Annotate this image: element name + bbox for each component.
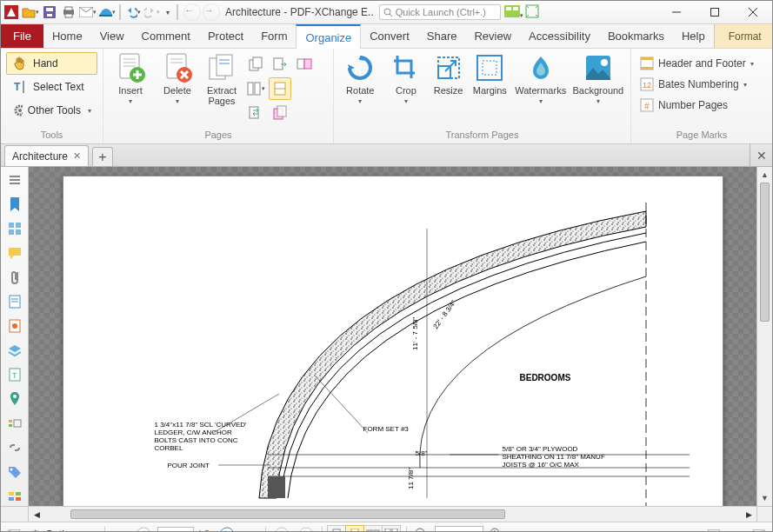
history-fwd-button[interactable] (296, 525, 317, 533)
tab-comment[interactable]: Comment (133, 24, 199, 48)
tab-share[interactable]: Share (418, 24, 466, 48)
scroll-down-icon[interactable]: ▼ (757, 490, 772, 506)
background-button[interactable]: Background▾ (570, 50, 627, 107)
rotate-button[interactable]: Rotate▾ (337, 50, 383, 107)
nav-forward-icon[interactable]: → (203, 3, 220, 21)
other-tools[interactable]: Other Tools ▾ (6, 99, 97, 122)
merge-page-icon[interactable] (269, 77, 291, 100)
destinations-panel-icon[interactable] (5, 389, 24, 409)
duplicate-page-icon[interactable] (244, 53, 267, 76)
layout-single-button[interactable] (327, 525, 346, 533)
nav-back-icon[interactable]: ← (183, 3, 201, 21)
fields-panel-icon[interactable] (5, 292, 24, 311)
fit-icon[interactable] (525, 4, 539, 21)
select-text-tool[interactable]: T Select Text (6, 76, 97, 98)
pan-zoom-panel-icon[interactable] (5, 414, 24, 433)
header-footer-button[interactable]: Header and Footer▾ (635, 53, 759, 74)
overlay-pages-icon[interactable] (269, 102, 291, 124)
save-icon[interactable] (41, 3, 58, 21)
vertical-scrollbar[interactable]: ▲ ▼ (756, 167, 772, 506)
next-page-button[interactable] (217, 525, 237, 533)
history-back-button[interactable] (271, 525, 292, 533)
close-button[interactable] (734, 1, 772, 23)
tab-review[interactable]: Review (465, 24, 520, 48)
scrollbar-thumb-h[interactable] (70, 509, 505, 519)
zoom-in-button[interactable] (487, 525, 506, 533)
open-icon[interactable]: ▾ (22, 3, 39, 21)
tab-form[interactable]: Form (252, 24, 296, 48)
quick-launch-search[interactable]: Quick Launch (Ctrl+.) (379, 4, 501, 20)
move-page-icon[interactable] (269, 53, 291, 76)
first-page-button[interactable]: ⏮ (110, 525, 130, 533)
tab-help[interactable]: Help (673, 24, 714, 48)
zoom-input[interactable]: 50%▾ (435, 526, 483, 533)
scroll-up-icon[interactable]: ▲ (757, 167, 772, 183)
bates-numbering-button[interactable]: 12 Bates Numbering▾ (635, 74, 759, 95)
side-panel-toggle[interactable] (750, 525, 769, 533)
close-all-tabs-button[interactable]: ✕ (750, 144, 772, 166)
undo-icon[interactable]: ▾ (124, 3, 142, 21)
scroll-left-icon[interactable]: ◀ (29, 507, 44, 522)
new-tab-button[interactable]: + (92, 147, 113, 166)
tab-home[interactable]: Home (43, 24, 91, 48)
crop-button[interactable]: Crop▾ (383, 50, 430, 107)
tab-format[interactable]: Format (714, 24, 773, 48)
maximize-button[interactable] (696, 1, 734, 23)
right-panel-toggle[interactable]: ⏭ (727, 525, 746, 533)
tab-view[interactable]: View (91, 24, 133, 48)
layers-panel-icon[interactable] (5, 341, 24, 360)
nav-panel-toggle[interactable] (4, 525, 23, 533)
number-pages-button[interactable]: # Number Pages (635, 95, 759, 116)
split-page-icon[interactable]: ▾ (244, 77, 267, 100)
zoom-out-button[interactable] (412, 525, 431, 533)
thumbnails-panel-icon[interactable] (5, 219, 24, 238)
options-panel-icon[interactable] (5, 170, 24, 190)
scan-icon[interactable]: ▾ (98, 3, 116, 21)
resize-button[interactable]: Resize (429, 50, 468, 97)
print-icon[interactable] (60, 3, 77, 21)
app-icon[interactable] (3, 3, 20, 21)
signatures-panel-icon[interactable] (5, 316, 24, 336)
horizontal-scrollbar[interactable]: ◀ ▶ (1, 506, 772, 522)
tab-file[interactable]: File (1, 24, 43, 48)
attachments-panel-icon[interactable] (5, 268, 24, 287)
ui-toggle-icon[interactable]: ▾ (504, 5, 523, 20)
document-tab[interactable]: Architecture ✕ (4, 145, 89, 166)
layout-two-continuous-button[interactable] (382, 525, 401, 533)
svg-text:12: 12 (643, 81, 651, 90)
tab-bookmarks[interactable]: Bookmarks (599, 24, 673, 48)
tab-organize[interactable]: Organize (296, 24, 361, 49)
extract-pages-button[interactable]: Extract Pages (201, 50, 243, 108)
comments-panel-icon[interactable] (5, 243, 24, 263)
document-viewport[interactable]: BEDROOMS 1 3/4"x11 7/8" SCL 'CURVED' LED… (29, 167, 756, 506)
insert-button[interactable]: Insert▾ (107, 50, 154, 107)
tab-convert[interactable]: Convert (361, 24, 418, 48)
scroll-right-icon[interactable]: ▶ (741, 507, 756, 522)
links-panel-icon[interactable] (5, 438, 24, 457)
bookmarks-panel-icon[interactable] (5, 195, 24, 214)
scrollbar-thumb[interactable] (760, 183, 770, 322)
watermarks-button[interactable]: Watermarks▾ (512, 50, 570, 107)
bottom-panel-toggle[interactable] (704, 525, 723, 533)
layout-two-button[interactable] (363, 525, 383, 533)
last-page-button[interactable]: ⏭ (241, 525, 260, 533)
qat-customize-icon[interactable]: ▾ (163, 3, 173, 21)
options-button[interactable]: Options...▾ (27, 525, 99, 533)
tab-protect[interactable]: Protect (199, 24, 252, 48)
prev-page-button[interactable] (133, 525, 154, 533)
properties-panel-icon[interactable] (5, 487, 24, 506)
tags-panel-icon[interactable] (5, 462, 24, 482)
page-input[interactable] (157, 527, 194, 533)
margins-button[interactable]: Margins (468, 50, 512, 97)
delete-button[interactable]: Delete▾ (154, 50, 201, 107)
close-icon[interactable]: ✕ (73, 150, 81, 162)
layout-continuous-button[interactable] (345, 525, 364, 533)
tab-accessibility[interactable]: Accessibility (520, 24, 599, 48)
redo-icon[interactable]: ▾ (143, 3, 161, 21)
replace-page-icon[interactable] (293, 53, 316, 76)
hand-tool[interactable]: Hand (6, 52, 97, 75)
minimize-button[interactable] (657, 1, 696, 23)
content-panel-icon[interactable]: T (5, 365, 24, 384)
swap-pages-icon[interactable] (244, 102, 267, 124)
email-icon[interactable]: ▾ (79, 3, 97, 21)
